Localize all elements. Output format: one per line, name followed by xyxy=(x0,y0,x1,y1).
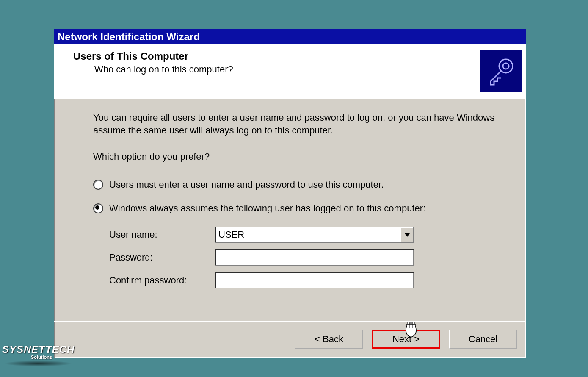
username-row: User name: xyxy=(109,227,496,243)
watermark-shadow xyxy=(4,360,72,366)
wizard-footer: < Back Next > Cancel xyxy=(54,321,526,358)
option-label: Users must enter a user name and passwor… xyxy=(109,179,384,190)
username-combobox[interactable] xyxy=(215,227,414,243)
dropdown-button[interactable] xyxy=(401,227,413,242)
confirm-password-label: Confirm password: xyxy=(109,275,215,286)
chevron-down-icon xyxy=(405,233,410,237)
wizard-body: You can require all users to enter a use… xyxy=(54,98,526,321)
radio-icon xyxy=(93,180,103,190)
radio-icon xyxy=(93,203,103,213)
password-row: Password: xyxy=(109,249,496,266)
description-text: You can require all users to enter a use… xyxy=(93,111,496,137)
username-label: User name: xyxy=(109,229,215,240)
password-input[interactable] xyxy=(215,249,414,266)
window-title: Network Identification Wizard xyxy=(58,31,200,42)
password-label: Password: xyxy=(109,252,215,263)
header-text: Users of This Computer Who can log on to… xyxy=(73,50,233,92)
cancel-button[interactable]: Cancel xyxy=(449,330,517,349)
back-button[interactable]: < Back xyxy=(295,330,363,349)
svg-point-0 xyxy=(499,59,513,73)
watermark-brand: SYSNETTECH xyxy=(2,344,75,355)
username-input[interactable] xyxy=(216,227,401,242)
title-bar: Network Identification Wizard xyxy=(54,29,526,44)
confirm-password-input[interactable] xyxy=(215,272,414,288)
page-heading: Users of This Computer xyxy=(73,50,233,62)
watermark: SYSNETTECH Solutions xyxy=(2,344,75,366)
prompt-text: Which option do you prefer? xyxy=(93,151,496,162)
page-subheading: Who can log on to this computer? xyxy=(94,64,233,75)
option-require-login[interactable]: Users must enter a user name and passwor… xyxy=(93,179,496,190)
key-icon xyxy=(480,50,522,92)
confirm-password-row: Confirm password: xyxy=(109,272,496,288)
wizard-header: Users of This Computer Who can log on to… xyxy=(54,44,526,98)
next-button[interactable]: Next > xyxy=(372,330,440,349)
option-label: Windows always assumes the following use… xyxy=(109,203,425,214)
svg-point-1 xyxy=(503,63,509,69)
option-auto-login[interactable]: Windows always assumes the following use… xyxy=(93,203,496,214)
wizard-window: Network Identification Wizard Users of T… xyxy=(54,29,526,358)
